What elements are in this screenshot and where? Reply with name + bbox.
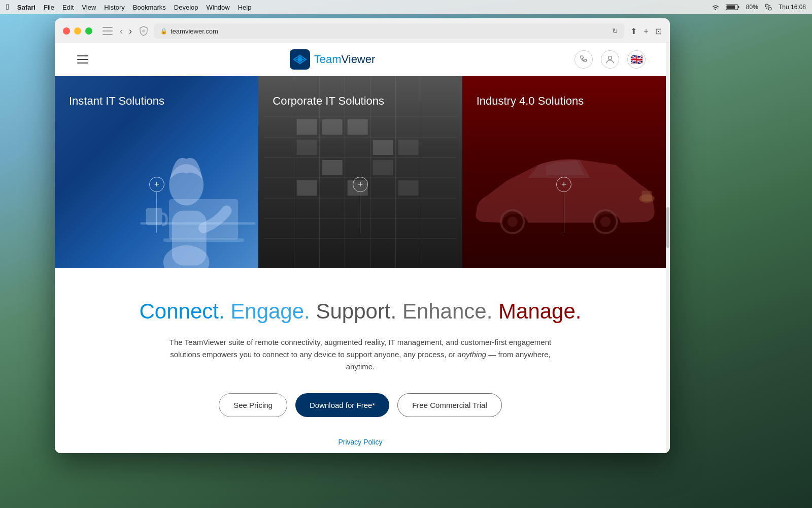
safari-content: TeamViewer 🇬🇧 xyxy=(55,43,666,453)
plus-circle-icon-3: + xyxy=(556,177,571,192)
corporate-it-plus[interactable]: + xyxy=(353,177,368,233)
teamviewer-logo: TeamViewer xyxy=(290,49,376,70)
svg-point-4 xyxy=(768,7,771,10)
svg-point-3 xyxy=(765,4,768,7)
hamburger-menu[interactable] xyxy=(75,53,90,66)
toolbar-actions: ⬆ ＋ ⊡ xyxy=(630,26,662,37)
svg-rect-41 xyxy=(398,180,419,196)
battery-percent: 80% xyxy=(746,4,758,11)
instant-it-card[interactable]: Instant IT Solutions + xyxy=(55,76,258,268)
minimize-button[interactable] xyxy=(74,27,81,35)
industry-40-title: Industry 4.0 Solutions xyxy=(477,94,652,108)
svg-rect-38 xyxy=(373,160,393,175)
menubar-edit[interactable]: Edit xyxy=(62,4,74,11)
menubar-history[interactable]: History xyxy=(104,4,124,11)
control-center-icon xyxy=(764,3,772,11)
svg-point-45 xyxy=(600,217,611,227)
forward-button[interactable]: › xyxy=(128,26,133,36)
download-free-button[interactable]: Download for Free* xyxy=(295,393,389,417)
menubar-window[interactable]: Window xyxy=(206,4,229,11)
cards-section: Instant IT Solutions + xyxy=(55,76,666,268)
menubar-bookmarks[interactable]: Bookmarks xyxy=(133,4,166,11)
main-content-section: Connect. Engage. Support. Enhance. Manag… xyxy=(55,268,666,453)
svg-rect-36 xyxy=(398,140,419,155)
menubar-safari[interactable]: Safari xyxy=(17,4,36,11)
clock: Thu 16:08 xyxy=(779,4,806,11)
plus-line-3 xyxy=(564,192,564,233)
svg-rect-1 xyxy=(738,6,739,8)
svg-point-7 xyxy=(142,29,145,33)
address-bar[interactable]: 🔒 teamviewer.com ↻ xyxy=(154,23,624,39)
svg-rect-39 xyxy=(297,180,317,196)
nav-buttons: ‹ › xyxy=(119,26,133,36)
see-pricing-button[interactable]: See Pricing xyxy=(219,393,287,417)
logo-text: TeamViewer xyxy=(314,53,376,66)
phone-icon[interactable] xyxy=(574,50,593,69)
menubar-develop[interactable]: Develop xyxy=(174,4,198,11)
battery-icon xyxy=(726,4,740,11)
svg-rect-34 xyxy=(297,140,317,155)
logo-team: Team xyxy=(314,53,342,66)
new-tab-icon[interactable]: ＋ xyxy=(642,26,650,37)
lock-icon: 🔒 xyxy=(160,28,167,35)
free-trial-button[interactable]: Free Commercial Trial xyxy=(397,393,502,417)
traffic-lights xyxy=(63,27,92,35)
plus-circle-icon-2: + xyxy=(353,177,368,192)
logo-viewer: Viewer xyxy=(341,53,375,66)
menubar-view[interactable]: View xyxy=(82,4,96,11)
fullscreen-button[interactable] xyxy=(85,27,92,35)
tv-logo-icon xyxy=(290,49,310,70)
tabs-icon[interactable]: ⊡ xyxy=(655,26,662,36)
svg-point-10 xyxy=(608,56,612,60)
desktop:  Safari File Edit View History Bookmark… xyxy=(0,0,812,508)
language-flag-icon[interactable]: 🇬🇧 xyxy=(627,50,646,69)
scrollbar-thumb[interactable] xyxy=(666,207,669,248)
wifi-icon xyxy=(712,4,720,10)
instant-it-title: Instant IT Solutions xyxy=(69,94,244,108)
reload-button[interactable]: ↻ xyxy=(612,27,618,35)
svg-point-5 xyxy=(769,5,770,6)
scrollbar-track xyxy=(666,43,670,453)
word-connect: Connect. xyxy=(140,299,225,323)
description: The TeamViewer suite of remote connectiv… xyxy=(167,336,553,373)
svg-rect-33 xyxy=(348,119,368,135)
svg-point-9 xyxy=(297,57,302,62)
svg-point-6 xyxy=(766,8,767,9)
industry-40-plus[interactable]: + xyxy=(556,177,571,233)
word-enhance: Enhance. xyxy=(402,299,492,323)
description-italic: anything xyxy=(457,350,486,359)
cta-buttons: See Pricing Download for Free* Free Comm… xyxy=(95,393,625,417)
apple-menu[interactable]:  xyxy=(6,3,9,12)
safari-window: ‹ › 🔒 teamviewer.com ↻ ⬆ ＋ ⊡ xyxy=(55,18,670,453)
word-engage: Engage. xyxy=(230,299,310,323)
plus-circle-icon: + xyxy=(149,177,164,192)
corporate-it-card[interactable]: Corporate IT Solutions + xyxy=(258,76,462,268)
menubar:  Safari File Edit View History Bookmark… xyxy=(0,0,812,14)
word-manage: Manage. xyxy=(498,299,581,323)
svg-rect-32 xyxy=(322,119,343,135)
svg-rect-31 xyxy=(297,119,317,135)
content-wrapper: TeamViewer 🇬🇧 xyxy=(55,43,670,453)
user-icon[interactable] xyxy=(601,50,619,69)
plus-line xyxy=(156,192,157,233)
site-header: TeamViewer 🇬🇧 xyxy=(55,43,666,76)
instant-it-plus[interactable]: + xyxy=(149,177,164,233)
shield-privacy-icon xyxy=(139,26,148,36)
privacy-policy-link[interactable]: Privacy Policy xyxy=(338,438,382,446)
url-text: teamviewer.com xyxy=(171,27,218,35)
menubar-file[interactable]: File xyxy=(44,4,54,11)
close-button[interactable] xyxy=(63,27,70,35)
header-actions: 🇬🇧 xyxy=(574,50,646,69)
plus-line-2 xyxy=(360,192,360,233)
svg-rect-2 xyxy=(726,6,735,9)
menubar-help[interactable]: Help xyxy=(238,4,252,11)
industry-40-card[interactable]: Industry 4.0 Solutions + xyxy=(462,76,666,268)
svg-rect-47 xyxy=(641,191,652,201)
sidebar-toggle-button[interactable] xyxy=(103,27,113,35)
headline: Connect. Engage. Support. Enhance. Manag… xyxy=(95,299,625,324)
svg-rect-37 xyxy=(322,160,343,175)
share-icon[interactable]: ⬆ xyxy=(630,26,637,36)
back-button[interactable]: ‹ xyxy=(119,26,124,36)
corporate-it-title: Corporate IT Solutions xyxy=(273,94,448,108)
safari-toolbar: ‹ › 🔒 teamviewer.com ↻ ⬆ ＋ ⊡ xyxy=(55,18,670,43)
